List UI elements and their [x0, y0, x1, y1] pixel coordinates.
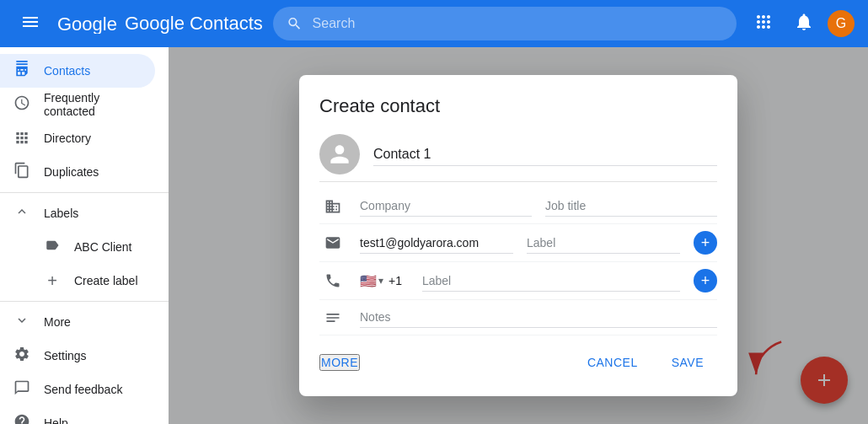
search-icon [287, 15, 303, 32]
label-icon [44, 238, 61, 257]
more-section-label: More [44, 315, 71, 329]
sidebar-item-send-feedback[interactable]: Send feedback [0, 373, 155, 406]
feedback-icon [13, 379, 30, 400]
sidebar-item-help[interactable]: Help [0, 406, 155, 424]
sidebar-divider-1 [0, 192, 169, 193]
settings-icon [13, 346, 30, 367]
google-apps-icon[interactable] [747, 5, 780, 43]
help-icon [13, 413, 30, 425]
sidebar-divider-2 [0, 301, 169, 302]
name-row [319, 134, 717, 182]
email-fields [360, 233, 680, 254]
more-button[interactable]: MORE [319, 354, 360, 371]
company-row [319, 189, 717, 224]
phone-fields: 🇺🇸 ▾ +1 [360, 271, 680, 292]
user-avatar[interactable]: G [828, 10, 855, 37]
phone-label-input[interactable] [422, 271, 680, 292]
search-bar[interactable] [273, 7, 737, 40]
search-input[interactable] [313, 16, 723, 31]
phone-prefix: +1 [388, 274, 402, 287]
sidebar-item-create-label[interactable]: + Create label [0, 264, 155, 298]
settings-label: Settings [44, 349, 87, 362]
sidebar-label-frequently: Frequently contacted [44, 91, 142, 118]
send-feedback-label: Send feedback [44, 383, 122, 396]
clock-icon [13, 94, 30, 115]
sidebar-item-settings[interactable]: Settings [0, 339, 155, 373]
labels-section-label: Labels [44, 207, 78, 220]
notes-row [319, 300, 717, 335]
company-icon [319, 198, 346, 215]
contacts-icon [13, 61, 30, 82]
modal-title: Create contact [319, 95, 717, 117]
main-content: Create contact [169, 47, 868, 424]
modal-footer: MORE CANCEL SAVE [319, 349, 717, 376]
logo-contacts-text: Contacts [190, 13, 263, 35]
hamburger-menu-icon[interactable] [13, 5, 47, 43]
logo-google-text: Google [125, 13, 185, 35]
chevron-down-icon [13, 313, 30, 332]
sidebar-item-directory[interactable]: Directory [0, 121, 155, 155]
notes-fields [360, 307, 717, 328]
sidebar-item-frequently-contacted[interactable]: Frequently contacted [0, 88, 155, 121]
modal-action-buttons: CANCEL SAVE [574, 349, 717, 376]
sidebar-item-abc-client[interactable]: ABC Client [0, 230, 155, 264]
contact-avatar [319, 134, 360, 174]
header-actions: G [747, 5, 855, 43]
email-icon [319, 234, 346, 251]
main-layout: Contacts Frequently contacted Directory [0, 47, 868, 424]
phone-icon [319, 272, 346, 289]
notes-input[interactable] [360, 307, 717, 328]
email-label-input[interactable] [527, 233, 680, 254]
flag-us: 🇺🇸 [360, 273, 377, 289]
email-input[interactable] [360, 233, 513, 254]
sidebar-section-more[interactable]: More [0, 305, 169, 339]
email-row: + [319, 224, 717, 262]
phone-row: 🇺🇸 ▾ +1 + [319, 262, 717, 300]
duplicates-icon [13, 162, 30, 183]
app-logo: Google Google Contacts [57, 13, 263, 35]
sidebar-item-duplicates[interactable]: Duplicates [0, 155, 155, 189]
sidebar-label-duplicates: Duplicates [44, 165, 99, 179]
add-label-icon: + [44, 271, 61, 291]
company-fields [360, 196, 717, 217]
sidebar-item-contacts[interactable]: Contacts [0, 54, 155, 88]
modal-overlay: Create contact [169, 47, 868, 424]
chevron-up-icon [13, 204, 30, 223]
company-input[interactable] [360, 196, 532, 217]
sidebar-label-contacts: Contacts [44, 64, 90, 78]
sidebar-section-labels[interactable]: Labels [0, 196, 169, 230]
add-email-button[interactable]: + [694, 231, 717, 255]
abc-client-label: ABC Client [74, 240, 131, 254]
contact-name-input[interactable] [373, 143, 717, 166]
save-button[interactable]: SAVE [658, 349, 717, 376]
flag-dropdown-arrow: ▾ [378, 275, 383, 287]
add-phone-button[interactable]: + [694, 269, 717, 293]
svg-text:Google: Google [57, 13, 117, 34]
notes-icon [319, 309, 346, 326]
phone-country-selector[interactable]: 🇺🇸 ▾ +1 [360, 273, 402, 289]
cancel-button[interactable]: CANCEL [574, 349, 651, 376]
app-header: Google Google Contacts G [0, 0, 868, 47]
sidebar-label-directory: Directory [44, 131, 91, 145]
create-contact-modal: Create contact [299, 75, 737, 396]
directory-icon [13, 128, 30, 149]
sidebar: Contacts Frequently contacted Directory [0, 47, 169, 424]
help-label: Help [44, 416, 68, 424]
job-title-input[interactable] [545, 196, 717, 217]
notifications-icon[interactable] [787, 5, 821, 43]
create-label-text: Create label [74, 274, 138, 287]
